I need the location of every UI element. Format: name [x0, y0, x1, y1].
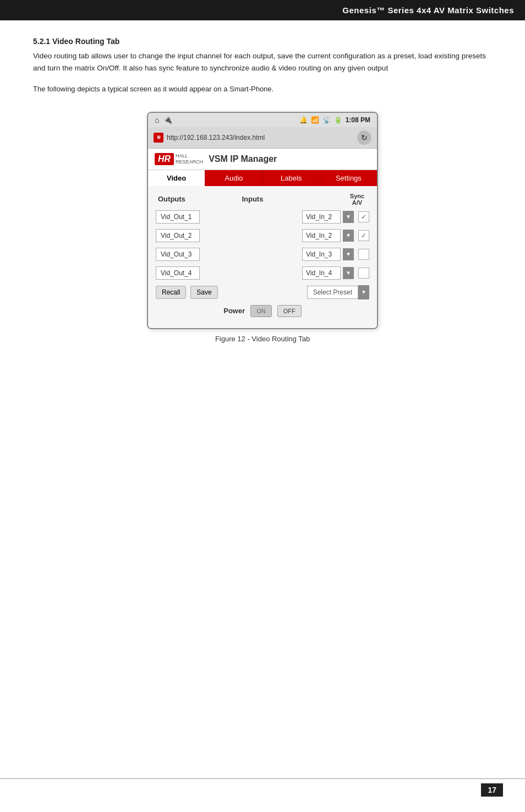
signal-icon: 📡: [322, 116, 331, 124]
header-title: Genesis™ Series 4x4 AV Matrix Switches: [342, 6, 514, 15]
input-select-wrap-3: Vid_In_3 ▼: [302, 248, 369, 261]
output-label-1: Vid_Out_1: [156, 210, 200, 224]
url-text[interactable]: http://192.168.123.243/index.html: [167, 134, 265, 141]
status-time: 1:08 PM: [346, 116, 370, 124]
routing-row-2: Vid_Out_2 Vid_In_2 ▼ ✓: [156, 229, 369, 242]
preset-dropdown-arrow[interactable]: ▼: [358, 285, 369, 299]
save-button[interactable]: Save: [190, 286, 217, 299]
routing-header-outputs: Outputs: [158, 195, 185, 203]
page-content: 5.2.1 Video Routing Tab Video routing ta…: [0, 20, 525, 359]
input-select-3[interactable]: Vid_In_3: [302, 248, 341, 261]
output-label-2: Vid_Out_2: [156, 229, 200, 242]
routing-header-inputs: Inputs: [242, 195, 263, 203]
wifi-icon: 📶: [311, 116, 319, 124]
input-select-wrap-4: Vid_In_4 ▼: [302, 266, 369, 280]
phone-mockup: ⌂ 🔌 🔔 📶 📡 🔋 1:08 PM ⊞ http://192.168.123…: [147, 112, 378, 329]
battery-icon: 🔋: [334, 116, 342, 124]
dropdown-arrow-3[interactable]: ▼: [343, 248, 354, 260]
hr-logo-box: HR: [155, 153, 174, 165]
status-bar-left: ⌂ 🔌: [155, 116, 172, 124]
tab-settings[interactable]: Settings: [320, 170, 377, 186]
vsm-header: HR HALL RESEARCH VSM IP Manager: [148, 149, 377, 170]
dropdown-arrow-1[interactable]: ▼: [343, 211, 354, 223]
routing-header: Outputs Inputs Sync A/V: [156, 193, 369, 206]
sync-check-2[interactable]: ✓: [358, 230, 369, 241]
input-select-2[interactable]: Vid_In_2: [302, 229, 341, 242]
status-bar-right: 🔔 📶 📡 🔋 1:08 PM: [299, 116, 370, 124]
usb-icon: 🔌: [163, 116, 172, 124]
home-icon: ⌂: [155, 116, 159, 124]
status-bar: ⌂ 🔌 🔔 📶 📡 🔋 1:08 PM: [148, 113, 377, 127]
power-row: Power ON OFF: [156, 305, 369, 321]
routing-row-3: Vid_Out_3 Vid_In_3 ▼: [156, 248, 369, 261]
select-preset-button[interactable]: Select Preset: [307, 286, 358, 299]
address-bar: ⊞ http://192.168.123.243/index.html ↻: [148, 127, 377, 149]
output-label-4: Vid_Out_4: [156, 266, 200, 280]
section-title: 5.2.1 Video Routing Tab: [33, 37, 492, 46]
header-bar: Genesis™ Series 4x4 AV Matrix Switches: [0, 0, 525, 20]
select-preset-wrap: Select Preset ▼: [307, 285, 369, 299]
power-off-button[interactable]: OFF: [277, 305, 302, 317]
dropdown-arrow-4[interactable]: ▼: [343, 267, 354, 279]
input-select-wrap-1: Vid_In_2 ▼ ✓: [302, 210, 369, 224]
main-content: Outputs Inputs Sync A/V Vid_Out_1 Vid_In…: [148, 186, 377, 328]
address-url-area: ⊞ http://192.168.123.243/index.html: [154, 133, 265, 143]
hr-logo: HR HALL RESEARCH: [155, 153, 203, 165]
page-number: 17: [481, 783, 503, 797]
sync-check-3[interactable]: [358, 249, 369, 260]
recall-button[interactable]: Recall: [156, 286, 186, 299]
sync-check-1[interactable]: ✓: [358, 211, 369, 222]
routing-header-sync: Sync A/V: [347, 193, 367, 206]
notification-icon: 🔔: [299, 116, 308, 124]
power-label: Power: [223, 307, 245, 315]
tab-video[interactable]: Video: [148, 170, 205, 186]
routing-row-1: Vid_Out_1 Vid_In_2 ▼ ✓: [156, 210, 369, 224]
tab-bar: Video Audio Labels Settings: [148, 170, 377, 186]
input-select-1[interactable]: Vid_In_2: [302, 210, 341, 224]
input-select-4[interactable]: Vid_In_4: [302, 266, 341, 280]
tab-audio[interactable]: Audio: [205, 170, 262, 186]
vsm-title: VSM IP Manager: [209, 154, 277, 164]
tab-labels[interactable]: Labels: [263, 170, 320, 186]
footer: 17: [0, 778, 525, 801]
reload-button[interactable]: ↻: [357, 130, 371, 145]
input-select-wrap-2: Vid_In_2 ▼ ✓: [302, 229, 369, 242]
url-icon: ⊞: [154, 133, 163, 143]
preset-row: Recall Save Select Preset ▼: [156, 285, 369, 299]
output-label-3: Vid_Out_3: [156, 248, 200, 261]
figure-caption: Figure 12 - Video Routing Tab: [33, 335, 492, 343]
section-body1: Video routing tab allows user to change …: [33, 50, 492, 74]
dropdown-arrow-2[interactable]: ▼: [343, 230, 354, 242]
section-body2: The following depicts a typical screen a…: [33, 84, 492, 95]
power-on-button[interactable]: ON: [250, 305, 272, 317]
hr-logo-subtext: HALL RESEARCH: [176, 153, 203, 165]
routing-row-4: Vid_Out_4 Vid_In_4 ▼: [156, 266, 369, 280]
sync-check-4[interactable]: [358, 268, 369, 279]
